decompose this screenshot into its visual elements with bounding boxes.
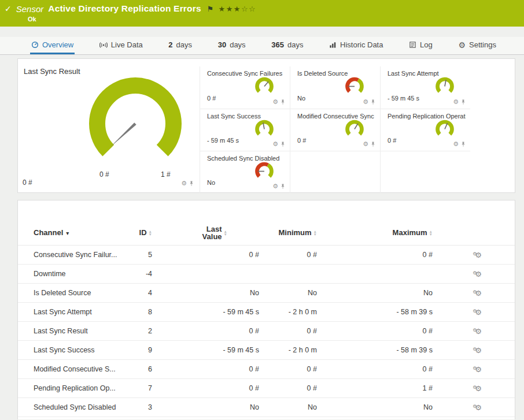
- table-row[interactable]: Pending Replication Op... 7 0 # 0 # 1 # …: [18, 379, 515, 398]
- main-gauge-dial[interactable]: [80, 75, 190, 173]
- tab-365-days[interactable]: 365 days: [270, 37, 304, 54]
- gauge-tile-last-sync-attempt[interactable]: Last Sync Attempt - 59 m 45 s ⚙: [380, 66, 470, 109]
- gauge-pin-icon[interactable]: [281, 142, 285, 147]
- gauge-dial[interactable]: [343, 118, 366, 140]
- gauge-tile-value: No: [207, 179, 215, 186]
- channel-minimum: No: [259, 289, 317, 297]
- column-header-id[interactable]: ID ▲▼: [117, 228, 152, 237]
- channel-last-value: - 59 m 45 s: [152, 346, 259, 354]
- tab-log[interactable]: Log: [408, 37, 434, 54]
- table-row[interactable]: Last Sync Attempt 8 - 59 m 45 s - 2 h 0 …: [18, 303, 515, 322]
- channel-settings-icon[interactable]: ⚙⚙: [473, 308, 482, 317]
- gauge-dial[interactable]: [253, 161, 276, 182]
- channel-name[interactable]: Is Deleted Source: [34, 289, 117, 297]
- gauge-dial[interactable]: [343, 76, 366, 97]
- gauge-dial[interactable]: [253, 118, 276, 140]
- gauge-tile-is-deleted-source[interactable]: Is Deleted Source No ⚙: [290, 66, 380, 109]
- sort-icon[interactable]: ▲▼: [429, 230, 433, 236]
- priority-stars[interactable]: ★★★☆☆: [218, 5, 256, 13]
- channel-name[interactable]: Last Sync Attempt: [34, 308, 117, 316]
- channel-settings-icon[interactable]: ⚙⚙: [473, 365, 482, 374]
- column-header-minimum[interactable]: Minimum ▲▼: [259, 228, 317, 237]
- tab-settings[interactable]: ⚙ Settings: [457, 37, 497, 54]
- channel-last-value: No: [152, 289, 259, 297]
- overview-icon: [31, 41, 39, 49]
- channel-name[interactable]: Modified Consecutive S...: [34, 365, 117, 373]
- channel-minimum: - 2 h 0 m: [259, 346, 317, 354]
- table-row[interactable]: Last Sync Result 2 0 # 0 # 0 # ⚙⚙: [18, 322, 515, 341]
- status-badge: Ok: [28, 16, 518, 23]
- gauge-gear-icon[interactable]: ⚙: [272, 141, 278, 147]
- priority-flag-icon[interactable]: ⚑: [207, 5, 214, 13]
- column-header-last-value[interactable]: Last Value ▲▼: [152, 225, 259, 240]
- sort-icon[interactable]: ▲▼: [224, 230, 227, 236]
- channel-maximum: 0 #: [317, 365, 433, 373]
- live-data-icon: [99, 41, 108, 49]
- column-header-maximum[interactable]: Maximum ▲▼: [317, 228, 433, 237]
- channel-name[interactable]: Consecutive Sync Failur...: [34, 251, 117, 259]
- gauge-pin-icon[interactable]: [461, 99, 466, 105]
- tab-2-days[interactable]: 2 days: [167, 37, 193, 54]
- channel-id: 4: [117, 289, 152, 297]
- tab-settings-label: Settings: [469, 40, 496, 49]
- gauge-tile-scheduled-sync-disabled[interactable]: Scheduled Sync Disabled No ⚙: [200, 151, 290, 193]
- gauge-gear-icon[interactable]: ⚙: [181, 180, 187, 187]
- channel-id: 8: [117, 308, 152, 316]
- historic-data-icon: [329, 41, 337, 49]
- tab-live-data-label: Live Data: [111, 40, 143, 49]
- gauge-dial[interactable]: [253, 76, 276, 97]
- column-header-channel[interactable]: Channel▾: [34, 228, 117, 237]
- channel-settings-icon[interactable]: ⚙⚙: [473, 270, 482, 278]
- channel-minimum: - 2 h 0 m: [259, 308, 317, 316]
- gauge-tile-consecutive-sync-failures[interactable]: Consecutive Sync Failures 0 # ⚙: [200, 66, 290, 109]
- main-gauge[interactable]: Last Sync Result 0 # 0 # 1 # ⚙: [18, 59, 200, 192]
- gauge-tile-pending-replication-operations[interactable]: Pending Replication Operatio... 0 # ⚙: [380, 109, 470, 151]
- table-row[interactable]: Downtime -4 ⚙⚙: [18, 265, 515, 284]
- tab-live-data[interactable]: Live Data: [98, 37, 144, 54]
- channel-last-value: No: [152, 403, 259, 411]
- gauge-gear-icon[interactable]: ⚙: [453, 99, 459, 105]
- gauge-gear-icon[interactable]: ⚙: [272, 183, 278, 189]
- tab-2-days-number: 2: [168, 40, 172, 49]
- tab-historic-data[interactable]: Historic Data: [328, 37, 384, 54]
- gauge-tile-value: 0 #: [297, 137, 306, 144]
- gauge-gear-icon[interactable]: ⚙: [363, 99, 368, 105]
- channel-settings-icon[interactable]: ⚙⚙: [473, 327, 482, 336]
- gauge-dial[interactable]: [433, 118, 456, 140]
- table-row[interactable]: Scheduled Sync Disabled 3 No No No ⚙⚙: [18, 398, 515, 417]
- gauge-pin-icon[interactable]: [281, 99, 285, 105]
- gauge-gear-icon[interactable]: ⚙: [363, 141, 368, 147]
- channel-settings-icon[interactable]: ⚙⚙: [473, 384, 482, 393]
- channel-id: 6: [117, 365, 152, 373]
- channel-name[interactable]: Pending Replication Op...: [34, 384, 117, 392]
- tab-30-days[interactable]: 30 days: [217, 37, 247, 54]
- gauge-tile-modified-consecutive-sync-failures[interactable]: Modified Consecutive Sync F... 0 # ⚙: [290, 109, 380, 151]
- channel-name[interactable]: Last Sync Success: [34, 346, 117, 354]
- channel-name[interactable]: Downtime: [34, 270, 117, 278]
- gauge-gear-icon[interactable]: ⚙: [453, 141, 459, 147]
- gauge-pin-icon[interactable]: [371, 142, 375, 147]
- table-row[interactable]: Modified Consecutive S... 6 0 # 0 # 0 # …: [18, 360, 515, 379]
- channel-settings-icon[interactable]: ⚙⚙: [473, 403, 482, 412]
- gauge-pin-icon[interactable]: [189, 181, 194, 187]
- gauge-pin-icon[interactable]: [371, 99, 375, 105]
- status-check-icon: ✓: [5, 4, 12, 13]
- gauge-dial[interactable]: [433, 76, 456, 97]
- gauge-gear-icon[interactable]: ⚙: [272, 99, 278, 105]
- table-row[interactable]: Consecutive Sync Failur... 5 0 # 0 # 0 #…: [18, 246, 515, 265]
- channel-name[interactable]: Last Sync Result: [34, 327, 117, 335]
- channel-settings-icon[interactable]: ⚙⚙: [473, 346, 482, 355]
- channel-id: 9: [117, 346, 152, 354]
- channel-settings-icon[interactable]: ⚙⚙: [473, 251, 482, 259]
- gauge-pin-icon[interactable]: [461, 142, 466, 147]
- main-gauge-scale-min: 0 #: [99, 170, 109, 179]
- channel-name[interactable]: Scheduled Sync Disabled: [34, 403, 117, 411]
- gauge-tile-last-sync-success[interactable]: Last Sync Success - 59 m 45 s ⚙: [200, 109, 290, 151]
- channel-minimum: 0 #: [259, 251, 317, 259]
- channel-id: 7: [117, 384, 152, 392]
- table-row[interactable]: Last Sync Success 9 - 59 m 45 s - 2 h 0 …: [18, 341, 515, 360]
- gauge-pin-icon[interactable]: [281, 184, 285, 189]
- channel-settings-icon[interactable]: ⚙⚙: [473, 289, 482, 298]
- table-row[interactable]: Is Deleted Source 4 No No No ⚙⚙: [18, 284, 515, 303]
- tab-overview[interactable]: Overview: [30, 37, 75, 54]
